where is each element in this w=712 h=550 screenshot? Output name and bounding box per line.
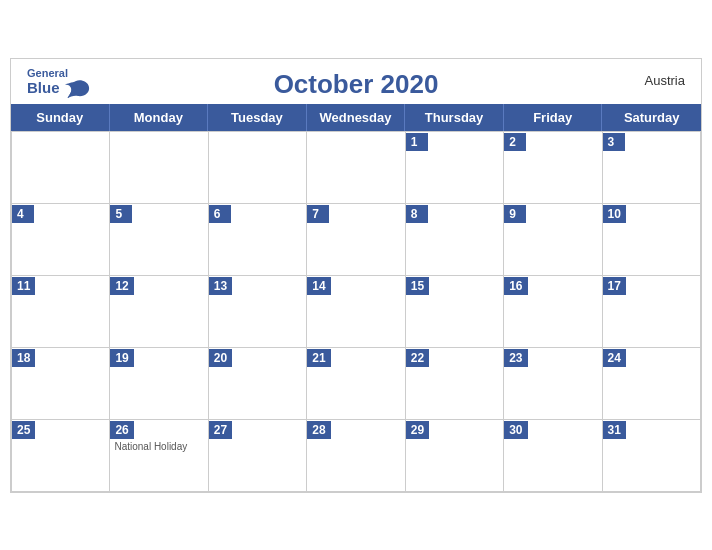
- cell-number: 14: [307, 277, 330, 295]
- cell-number: 30: [504, 421, 527, 439]
- cell-number: 5: [110, 205, 132, 223]
- holiday-label: National Holiday: [110, 439, 207, 454]
- calendar-cell: 19: [110, 348, 208, 420]
- calendar-cell: 28: [307, 420, 405, 492]
- day-monday: Monday: [110, 104, 209, 131]
- cell-number: [110, 133, 132, 151]
- day-sunday: Sunday: [11, 104, 110, 131]
- calendar-cell: 6: [209, 204, 307, 276]
- calendar-cell: 7: [307, 204, 405, 276]
- calendar-cell: 10: [603, 204, 701, 276]
- cell-number: [12, 133, 34, 151]
- calendar-cell: 24: [603, 348, 701, 420]
- cell-number: 7: [307, 205, 329, 223]
- calendar-cell: [12, 132, 110, 204]
- day-saturday: Saturday: [602, 104, 701, 131]
- calendar-cell: 13: [209, 276, 307, 348]
- cell-number: 16: [504, 277, 527, 295]
- cell-number: 19: [110, 349, 133, 367]
- cell-number: 28: [307, 421, 330, 439]
- cell-number: 15: [406, 277, 429, 295]
- calendar-cell: 20: [209, 348, 307, 420]
- cell-number: 31: [603, 421, 626, 439]
- cell-number: 18: [12, 349, 35, 367]
- cell-number: 17: [603, 277, 626, 295]
- calendar-cell: 25: [12, 420, 110, 492]
- calendar-container: General Blue October 2020 Austria Sunday…: [10, 58, 702, 493]
- calendar-cell: [110, 132, 208, 204]
- cell-number: 2: [504, 133, 526, 151]
- calendar-cell: 2: [504, 132, 602, 204]
- calendar-cell: 21: [307, 348, 405, 420]
- cell-number: 11: [12, 277, 35, 295]
- logo-general: General: [27, 67, 90, 79]
- days-header: Sunday Monday Tuesday Wednesday Thursday…: [11, 104, 701, 131]
- calendar-cell: 9: [504, 204, 602, 276]
- calendar-cell: 23: [504, 348, 602, 420]
- calendar-cell: 26National Holiday: [110, 420, 208, 492]
- cell-number: 3: [603, 133, 625, 151]
- calendar-cell: 18: [12, 348, 110, 420]
- cell-number: 22: [406, 349, 429, 367]
- cell-number: 8: [406, 205, 428, 223]
- day-thursday: Thursday: [405, 104, 504, 131]
- calendar-cell: [307, 132, 405, 204]
- logo-text: General Blue: [27, 67, 90, 99]
- calendar-title: October 2020: [274, 69, 439, 100]
- calendar-cell: 12: [110, 276, 208, 348]
- day-tuesday: Tuesday: [208, 104, 307, 131]
- calendar-country: Austria: [645, 73, 685, 88]
- cell-number: 13: [209, 277, 232, 295]
- logo-area: General Blue: [27, 67, 90, 99]
- calendar-cell: 16: [504, 276, 602, 348]
- cell-number: [209, 133, 231, 151]
- calendar-cell: 30: [504, 420, 602, 492]
- cell-number: 27: [209, 421, 232, 439]
- cell-number: 1: [406, 133, 428, 151]
- cell-number: 10: [603, 205, 626, 223]
- calendar-grid: 1234567891011121314151617181920212223242…: [11, 131, 701, 492]
- calendar-cell: 8: [406, 204, 504, 276]
- cell-number: 29: [406, 421, 429, 439]
- cell-number: 25: [12, 421, 35, 439]
- calendar-cell: 5: [110, 204, 208, 276]
- calendar-cell: [209, 132, 307, 204]
- cell-number: 12: [110, 277, 133, 295]
- cell-number: 24: [603, 349, 626, 367]
- calendar-header: General Blue October 2020 Austria: [11, 59, 701, 104]
- calendar-cell: 29: [406, 420, 504, 492]
- calendar-cell: 31: [603, 420, 701, 492]
- logo-bird-icon: [62, 79, 90, 99]
- cell-number: 20: [209, 349, 232, 367]
- calendar-cell: 14: [307, 276, 405, 348]
- calendar-cell: 22: [406, 348, 504, 420]
- calendar-cell: 11: [12, 276, 110, 348]
- cell-number: 6: [209, 205, 231, 223]
- calendar-cell: 4: [12, 204, 110, 276]
- calendar-cell: 27: [209, 420, 307, 492]
- cell-number: 9: [504, 205, 526, 223]
- calendar-cell: 3: [603, 132, 701, 204]
- cell-number: [307, 133, 329, 151]
- cell-number: 4: [12, 205, 34, 223]
- logo-blue: Blue: [27, 80, 60, 97]
- calendar-cell: 1: [406, 132, 504, 204]
- cell-number: 21: [307, 349, 330, 367]
- calendar-cell: 15: [406, 276, 504, 348]
- cell-number: 23: [504, 349, 527, 367]
- calendar-cell: 17: [603, 276, 701, 348]
- day-wednesday: Wednesday: [307, 104, 406, 131]
- cell-number: 26: [110, 421, 133, 439]
- day-friday: Friday: [504, 104, 603, 131]
